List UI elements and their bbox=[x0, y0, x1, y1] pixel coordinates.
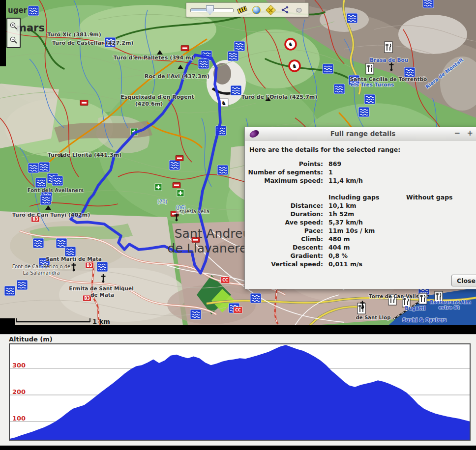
stat-value: 0,8 % bbox=[328, 253, 406, 259]
water-icon bbox=[364, 94, 375, 104]
minimize-button[interactable]: − bbox=[454, 129, 460, 138]
stat-value: 11,4 km/h bbox=[328, 177, 406, 184]
water-icon bbox=[334, 84, 345, 94]
map-label: Ermita de Sant Miquel bbox=[69, 285, 134, 291]
svg-text:♞: ♞ bbox=[221, 100, 227, 107]
map-zoom-panel bbox=[6, 18, 21, 48]
y-tick-label: 100 bbox=[12, 415, 26, 422]
scale-bar-label: 1 km bbox=[92, 318, 110, 325]
water-icon bbox=[231, 85, 241, 95]
zoom-out-button[interactable] bbox=[8, 34, 19, 46]
close-button[interactable]: Close bbox=[451, 275, 476, 286]
map-label: de Mata bbox=[90, 292, 114, 298]
route-marker-b3: B3 bbox=[86, 262, 94, 268]
water-icon bbox=[97, 262, 108, 272]
stat-label: Number of segments: bbox=[245, 169, 328, 176]
no-horses-sign-icon: ♞ bbox=[289, 60, 300, 71]
restaurant-icon bbox=[419, 293, 427, 304]
stat-value: 480 m bbox=[328, 236, 406, 243]
map-label: Turó de Llorità (441.3m) bbox=[48, 152, 121, 158]
stat-label: Pace: bbox=[245, 227, 328, 234]
edit-mode-toggle-button[interactable] bbox=[294, 5, 304, 15]
altitude-profile-chart[interactable]: 100200300 bbox=[0, 335, 476, 446]
stat-label: Ave speed: bbox=[245, 219, 328, 226]
map-label: (20) bbox=[157, 199, 168, 204]
stat-label: Climb: bbox=[245, 236, 328, 243]
map-label: de Llavaneres bbox=[168, 241, 254, 255]
water-icon bbox=[250, 293, 261, 303]
restaurant-icon bbox=[385, 42, 392, 53]
zoom-in-button[interactable] bbox=[8, 20, 19, 32]
screen-edge bbox=[0, 0, 6, 66]
separator-band bbox=[0, 325, 476, 334]
water-icon bbox=[347, 13, 357, 23]
autopan-arrows-icon bbox=[265, 4, 275, 15]
water-icon bbox=[28, 163, 39, 173]
map-label: Sant Martí de Mata bbox=[46, 256, 102, 262]
maximize-button[interactable]: + bbox=[467, 129, 473, 138]
map-label: uger bbox=[8, 6, 28, 15]
zoom-slider-thumb[interactable] bbox=[206, 5, 214, 15]
water-icon bbox=[404, 67, 415, 77]
water-icon bbox=[358, 107, 369, 117]
barrier-sign-icon bbox=[173, 183, 180, 188]
water-icon bbox=[28, 6, 39, 16]
svg-text:♞: ♞ bbox=[292, 63, 297, 69]
water-icon bbox=[198, 59, 209, 69]
water-icon bbox=[52, 176, 63, 186]
stats-grid: Points: 869 Number of segments: 1 Maximu… bbox=[245, 161, 476, 267]
stat-label: Maximum speed: bbox=[245, 177, 328, 184]
stat-label: Gradient: bbox=[245, 253, 328, 259]
first-aid-icon bbox=[155, 184, 162, 191]
zoom-out-icon bbox=[9, 36, 18, 45]
svg-text:CC: CC bbox=[222, 278, 228, 282]
water-icon bbox=[169, 160, 180, 170]
map-background-toggle-button[interactable] bbox=[251, 5, 261, 15]
column-header-without-gaps: Without gaps bbox=[406, 194, 475, 201]
scalebar-toggle-button[interactable] bbox=[237, 5, 247, 15]
hand-icon bbox=[295, 5, 303, 14]
stat-label: Distance: bbox=[245, 202, 328, 209]
restaurant-icon bbox=[366, 63, 374, 74]
connect-points-toggle-button[interactable] bbox=[280, 5, 290, 15]
map-label: Torre de Can Valls bbox=[369, 294, 418, 299]
autopan-toggle-button[interactable] bbox=[266, 5, 275, 15]
map-label: Turó de Can Tunyí (402m) bbox=[12, 212, 90, 218]
zoom-slider[interactable] bbox=[190, 6, 233, 14]
map-label: Esqueixada d'en Rogent bbox=[120, 94, 194, 100]
svg-text:B3: B3 bbox=[84, 296, 90, 301]
map-label: de Sant Llop bbox=[356, 315, 391, 320]
stat-label: Points: bbox=[245, 161, 328, 168]
water-icon bbox=[17, 280, 28, 290]
stat-value: 11m 10s / km bbox=[328, 227, 406, 234]
chart-title: Altitude (m) bbox=[9, 336, 53, 343]
map-label: Turó Xic (381.9m) bbox=[47, 31, 101, 38]
cc-marker: CC bbox=[234, 307, 242, 313]
svg-text:CC: CC bbox=[235, 308, 241, 312]
dialog-title-bar[interactable]: Full range details − + bbox=[245, 127, 476, 141]
ruler-icon bbox=[237, 6, 247, 14]
water-icon bbox=[4, 286, 15, 296]
barrier-sign-icon bbox=[181, 46, 189, 51]
dialog-title: Full range details bbox=[245, 130, 476, 138]
map-label: Turó de l'Oriola (425.7m) bbox=[241, 94, 318, 100]
water-icon bbox=[423, 0, 434, 8]
stat-value: 0,011 m/s bbox=[328, 261, 406, 268]
water-icon bbox=[217, 165, 228, 175]
first-aid-icon bbox=[177, 190, 184, 197]
altitude-profile-panel: Altitude (m) 100200300 bbox=[0, 334, 476, 446]
map-label: Roc de l'Avi (437.3m) bbox=[145, 73, 209, 80]
map-label: Font dels Avellaners bbox=[28, 188, 84, 193]
water-icon bbox=[39, 162, 50, 172]
barrier-sign-icon bbox=[176, 156, 183, 161]
map-label: Sushi & Oysters bbox=[402, 317, 446, 323]
stat-value: 1h 52m bbox=[328, 211, 406, 218]
y-tick-label: 300 bbox=[12, 362, 26, 369]
map-label: Restaurant Alm bbox=[430, 299, 471, 305]
map-label: Sant Andreu bbox=[175, 226, 251, 241]
cc-marker: CC bbox=[221, 277, 230, 283]
water-icon bbox=[40, 195, 51, 205]
stat-label: Vertical speed: bbox=[245, 261, 328, 268]
stat-value: 10,1 km bbox=[328, 202, 406, 209]
route-marker-b3: B3 bbox=[83, 295, 91, 301]
